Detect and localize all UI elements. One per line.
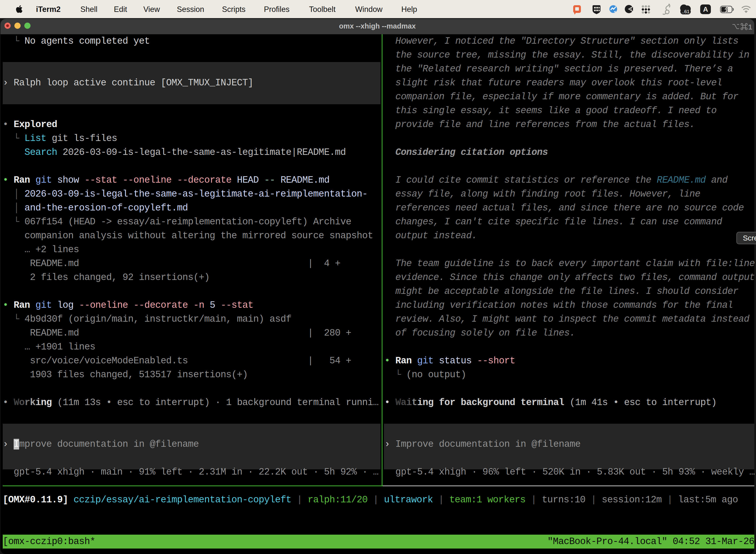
svg-text:..61: ..61	[682, 9, 690, 14]
